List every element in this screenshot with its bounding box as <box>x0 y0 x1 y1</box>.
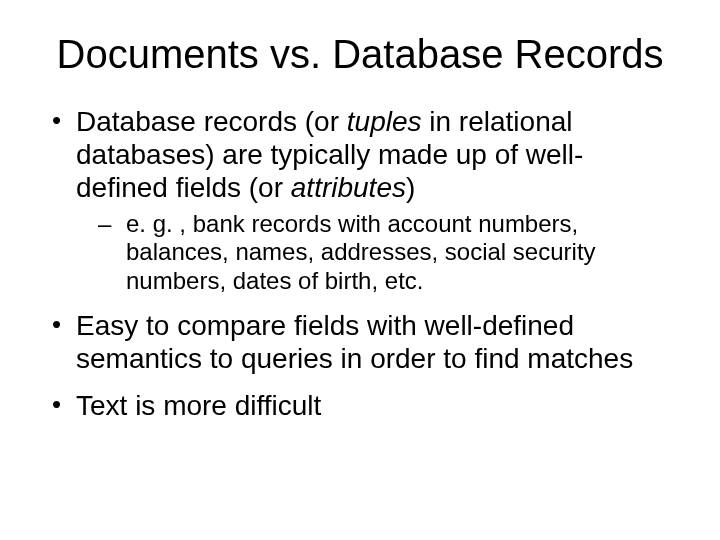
slide-title: Documents vs. Database Records <box>48 32 672 77</box>
slide: Documents vs. Database Records Database … <box>0 0 720 540</box>
bullet-list: Database records (or tuples in relationa… <box>48 105 672 422</box>
bullet-2: Easy to compare fields with well-defined… <box>48 309 672 375</box>
sub-bullet-1: e. g. , bank records with account number… <box>76 210 672 295</box>
sub-bullet-list: e. g. , bank records with account number… <box>76 210 672 295</box>
bullet-1-text-pre: Database records (or <box>76 106 347 137</box>
bullet-3: Text is more difficult <box>48 389 672 422</box>
bullet-1-text-post: ) <box>406 172 415 203</box>
bullet-1: Database records (or tuples in relationa… <box>48 105 672 295</box>
bullet-1-italic-tuples: tuples <box>347 106 422 137</box>
bullet-1-italic-attributes: attributes <box>291 172 406 203</box>
